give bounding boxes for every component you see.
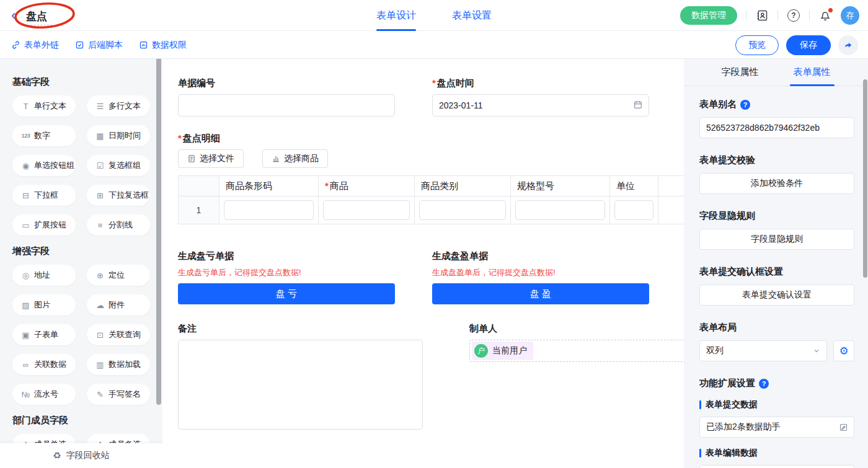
- remark-textarea[interactable]: [178, 340, 423, 430]
- file-icon: [187, 154, 196, 163]
- field-pill-multi-line-text[interactable]: ☰多行文本: [87, 95, 150, 117]
- bar-chart-icon: ▥: [95, 360, 105, 369]
- choose-file-button[interactable]: 选择文件: [178, 149, 244, 168]
- layout-select[interactable]: 双列: [699, 340, 827, 361]
- submit-confirm-group: 表单提交确认框设置 表单提交确认设置: [699, 266, 854, 306]
- data-assistant-box[interactable]: 已添加2条数据助手: [699, 417, 854, 438]
- notification-bell-icon[interactable]: [818, 9, 832, 22]
- field-pill-extend-button[interactable]: ▭扩展按钮: [12, 214, 76, 236]
- visibility-rules-group: 字段显隐规则 字段显隐规则: [699, 210, 854, 250]
- doc-no-field[interactable]: 单据编号: [178, 77, 395, 117]
- field-pill-serial-number[interactable]: №流水号: [12, 384, 76, 405]
- choose-product-button[interactable]: 选择商品: [262, 149, 328, 168]
- edit-data-label: 表单编辑数据: [699, 448, 854, 459]
- remark-field[interactable]: 备注: [178, 323, 423, 432]
- divider-icon: ≡: [95, 221, 105, 230]
- share-button[interactable]: [838, 35, 858, 55]
- form-alias-group: 表单别名 ?: [699, 99, 854, 138]
- field-pill-checkbox-group[interactable]: ☑复选框组: [87, 155, 150, 176]
- help-icon[interactable]: ?: [787, 9, 800, 22]
- form-alias-input[interactable]: [699, 117, 854, 138]
- submit-data-label: 表单提交数据: [699, 399, 854, 410]
- category-cell-input[interactable]: [419, 200, 506, 220]
- save-button[interactable]: 保存: [786, 35, 831, 55]
- multi-select-icon: ⊞: [95, 191, 105, 200]
- doc-no-input[interactable]: [178, 94, 395, 117]
- date-field[interactable]: *盘点时间: [432, 77, 649, 117]
- data-permission-label: 数据权限: [152, 40, 187, 51]
- barcode-cell-input[interactable]: [224, 200, 314, 220]
- data-permission-button[interactable]: 数据权限: [139, 40, 187, 51]
- field-pill-subform[interactable]: ▣子表单: [12, 324, 76, 345]
- date-input[interactable]: [432, 94, 649, 117]
- field-pill-number[interactable]: 123数字: [12, 125, 76, 146]
- image-icon: ▨: [21, 301, 30, 310]
- creator-field[interactable]: 制单人 户 当前用户: [469, 323, 684, 432]
- field-pill-multi-select[interactable]: ⊞下拉复选框: [87, 185, 150, 206]
- crosshair-icon: ⊕: [95, 271, 105, 280]
- submit-confirm-label: 表单提交确认框设置: [699, 266, 854, 278]
- basic-fields-grid: T单行文本 ☰多行文本 123数字 ▦日期时间 ◉单选按钮组 ☑复选框组 ⊟下拉…: [12, 95, 150, 236]
- field-pill-geolocation[interactable]: ⊕定位: [87, 265, 150, 286]
- header-actions: 数据管理 ? 存: [680, 0, 859, 31]
- field-recycle-bin-button[interactable]: ♻ 字段回收站: [0, 443, 162, 468]
- visibility-rules-button[interactable]: 字段显隐规则: [699, 229, 854, 250]
- field-pill-datetime[interactable]: ▦日期时间: [87, 125, 150, 146]
- data-assistant-text: 已添加2条数据助手: [706, 422, 781, 433]
- divider: [746, 11, 746, 20]
- backend-script-button[interactable]: 后端脚本: [75, 40, 123, 51]
- field-pill-divider[interactable]: ≡分割线: [87, 214, 150, 236]
- product-cell-input[interactable]: [323, 200, 410, 220]
- data-manage-button[interactable]: 数据管理: [680, 6, 737, 25]
- field-pill-address[interactable]: ◎地址: [12, 265, 76, 286]
- detail-subform-field[interactable]: *盘点明细 选择文件 选择商品 商品条形码 *商品 商品类别: [178, 133, 684, 224]
- section-title-member-fields: 部门成员字段: [12, 415, 150, 426]
- calendar-icon[interactable]: [633, 100, 643, 112]
- col-category: 商品类别: [415, 176, 511, 196]
- loss-button[interactable]: 盘 亏: [178, 283, 395, 304]
- tab-form-design[interactable]: 表单设计: [376, 0, 416, 31]
- field-pill-data-load[interactable]: ▥数据加载: [87, 354, 150, 375]
- layout-settings-button[interactable]: ⚙: [833, 340, 854, 361]
- field-pill-linked-data[interactable]: ∞关联数据: [12, 354, 76, 375]
- submit-confirm-button[interactable]: 表单提交确认设置: [699, 285, 854, 306]
- profit-button-field[interactable]: 生成盘盈单据 生成盘盈单后，记得提交盘点数据! 盘 盈: [432, 250, 649, 304]
- external-link-button[interactable]: 表单外链: [11, 40, 59, 51]
- field-pill-radio-group[interactable]: ◉单选按钮组: [12, 155, 76, 176]
- field-pill-image[interactable]: ▨图片: [12, 294, 76, 316]
- field-pill-lookup[interactable]: ⊡关联查询: [87, 324, 150, 345]
- toolbar-actions: 预览 保存: [735, 31, 858, 59]
- user-avatar[interactable]: 存: [841, 6, 859, 25]
- tab-form-settings[interactable]: 表单设置: [452, 0, 492, 31]
- sidebar-scrollbar[interactable]: [156, 59, 161, 405]
- edit-pencil-icon[interactable]: [839, 423, 848, 432]
- help-icon[interactable]: ?: [759, 379, 769, 389]
- current-user-tag[interactable]: 户 当前用户: [472, 342, 533, 360]
- tab-field-properties[interactable]: 字段属性: [722, 66, 759, 86]
- required-asterisk: *: [432, 77, 436, 88]
- add-validation-button[interactable]: 添加校验条件: [699, 173, 854, 194]
- extension-settings-label: 功能扩展设置 ?: [699, 377, 854, 389]
- subform-icon: ▣: [21, 330, 30, 340]
- submit-validation-label: 表单提交校验: [699, 154, 854, 166]
- field-pill-single-line-text[interactable]: T单行文本: [12, 95, 76, 117]
- contacts-book-icon[interactable]: [755, 9, 769, 22]
- row-index: 1: [179, 196, 219, 224]
- preview-button[interactable]: 预览: [735, 35, 779, 55]
- panel-scrollbar[interactable]: [863, 79, 867, 278]
- field-pill-signature[interactable]: ✎手写签名: [87, 384, 150, 405]
- unit-cell-input[interactable]: [614, 200, 653, 220]
- loss-button-field[interactable]: 生成盘亏单据 生成盘亏单后，记得提交盘点数据! 盘 亏: [178, 250, 395, 304]
- tab-form-properties[interactable]: 表单属性: [794, 66, 831, 86]
- help-icon[interactable]: ?: [740, 100, 750, 110]
- field-pill-select[interactable]: ⊟下拉框: [12, 185, 76, 206]
- user-tag-label: 当前用户: [492, 345, 527, 356]
- profit-button[interactable]: 盘 盈: [432, 283, 649, 304]
- creator-member-box[interactable]: 户 当前用户: [469, 340, 684, 362]
- form-alias-label: 表单别名 ?: [699, 99, 854, 110]
- field-pill-attachment[interactable]: ☁附件: [87, 294, 150, 316]
- spec-cell-input[interactable]: [515, 200, 605, 220]
- extension-settings-group: 功能扩展设置 ? 表单提交数据 已添加2条数据助手 表单编辑数据 添加操作: [699, 377, 854, 468]
- add-operation-button[interactable]: 添加操作: [699, 465, 854, 468]
- remark-label: 备注: [178, 323, 423, 335]
